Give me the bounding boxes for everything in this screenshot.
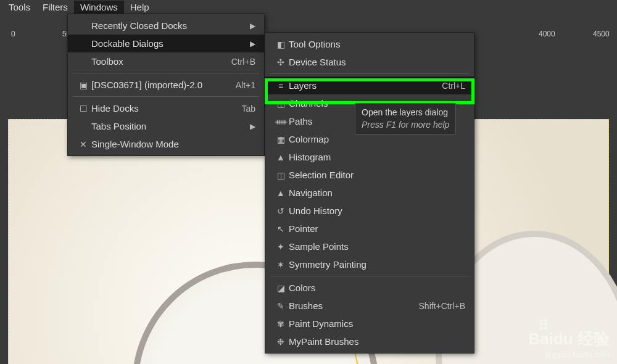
menu-item-hide-docks[interactable]: ☐ Hide Docks Tab [68, 99, 264, 117]
menu-item-label: Navigation [289, 188, 465, 198]
colormap-icon: ▦ [273, 134, 289, 144]
mypaint-brushes-icon: ❉ [273, 337, 289, 347]
submenu-arrow-icon: ▶ [250, 22, 255, 30]
menu-help[interactable]: Help [124, 1, 155, 14]
submenu-dockable-dialogs: ◧Tool Options✣Device Status≡LayersCtrl+L… [265, 32, 474, 354]
watermark-text: Baidu 经验 [529, 328, 610, 350]
menu-windows-dropdown: Recently Closed Docks ▶ Dockable Dialogs… [67, 14, 265, 156]
menu-item-label: Layers [289, 80, 442, 91]
menu-item-paint-dynamics[interactable]: ✾Paint Dynamics [265, 315, 474, 333]
menu-item-label: Colors [289, 283, 465, 293]
menu-item-label: Hide Docks [91, 103, 241, 114]
menu-item-label: Symmetry Painting [289, 259, 465, 270]
menu-item-pointer[interactable]: ↖Pointer [265, 220, 474, 238]
menu-item-histogram[interactable]: ▲Histogram [265, 148, 474, 166]
menu-item-tool-options[interactable]: ◧Tool Options [265, 35, 474, 53]
menu-separator [270, 276, 469, 276]
brushes-icon: ✎ [273, 301, 289, 311]
menu-item-label: Histogram [289, 152, 465, 162]
tooltip-title: Open the layers dialog [362, 107, 449, 119]
menu-item-shortcut: Shift+Ctrl+B [419, 301, 465, 311]
sample-points-icon: ✦ [273, 242, 289, 252]
menu-separator [73, 73, 259, 73]
menu-separator [73, 96, 259, 97]
menu-item-selection-editor[interactable]: ◫Selection Editor [265, 166, 474, 184]
navigation-icon: ▲ [273, 188, 289, 198]
menu-item-brushes[interactable]: ✎BrushesShift+Ctrl+B [265, 297, 474, 315]
menu-item-label: Paint Dynamics [289, 318, 465, 329]
menu-item-shortcut: Tab [241, 104, 255, 114]
menu-item-label: Sample Points [289, 241, 465, 252]
menu-item-label: Toolbox [91, 56, 231, 67]
menu-item-shortcut: Ctrl+L [442, 81, 465, 91]
menu-separator [270, 73, 469, 74]
menu-item-colors[interactable]: ◪Colors [265, 279, 474, 297]
colors-icon: ◪ [273, 283, 289, 293]
menu-item-open-image[interactable]: ▣ [DSC03671] (imported)-2.0 Alt+1 [68, 76, 264, 94]
tooltip: Open the layers dialog Press F1 for more… [355, 103, 456, 134]
menu-tools[interactable]: Tools [2, 1, 36, 14]
device-status-icon: ✣ [273, 57, 289, 67]
submenu-arrow-icon: ▶ [250, 122, 255, 131]
symmetry-painting-icon: ✶ [273, 260, 289, 270]
menu-item-label: MyPaint Brushes [289, 336, 465, 347]
menu-item-shortcut: Ctrl+B [231, 57, 255, 67]
menu-item-shortcut: Alt+1 [236, 80, 255, 90]
paint-dynamics-icon: ✾ [273, 319, 289, 329]
menu-item-label: Colormap [289, 134, 465, 144]
menubar: Tools Filters Windows Help [0, 0, 617, 14]
menu-item-sample-points[interactable]: ✦Sample Points [265, 238, 474, 255]
menu-item-navigation[interactable]: ▲Navigation [265, 184, 474, 202]
menu-item-label: Pointer [289, 223, 465, 234]
tooltip-subtitle: Press F1 for more help [362, 119, 449, 131]
checkbox-checked-icon: ✕ [75, 139, 91, 149]
tool-options-icon: ◧ [273, 39, 289, 49]
selection-editor-icon: ◫ [273, 170, 289, 180]
menu-item-dockable-dialogs[interactable]: Dockable Dialogs ▶ [68, 35, 264, 52]
menu-item-device-status[interactable]: ✣Device Status [265, 53, 474, 71]
layers-icon: ≡ [273, 81, 289, 91]
submenu-arrow-icon: ▶ [250, 39, 255, 48]
channels-icon: ◫ [273, 99, 289, 109]
watermark: Baidu 经验 jingyan.baidu.com [529, 328, 610, 359]
menu-filters[interactable]: Filters [36, 1, 74, 14]
menu-item-undo-history[interactable]: ↺Undo History [265, 202, 474, 220]
pointer-icon: ↖ [273, 224, 289, 234]
checkbox-icon: ☐ [75, 104, 91, 114]
menu-item-label: Brushes [289, 300, 419, 311]
menu-item-label: Selection Editor [289, 170, 465, 180]
menu-item-symmetry-painting[interactable]: ✶Symmetry Painting [265, 255, 474, 273]
menu-item-single-window-mode[interactable]: ✕ Single-Window Mode [68, 135, 264, 153]
paths-icon: ᚔ [273, 117, 289, 126]
menu-item-toolbox[interactable]: Toolbox Ctrl+B [68, 52, 264, 70]
menu-item-label: [DSC03671] (imported)-2.0 [91, 80, 236, 90]
menu-item-label: Dockable Dialogs [91, 38, 250, 49]
menu-item-recently-closed-docks[interactable]: Recently Closed Docks ▶ [68, 17, 264, 35]
menu-item-tabs-position[interactable]: Tabs Position ▶ [68, 117, 264, 135]
menu-item-label: Undo History [289, 205, 465, 216]
menu-item-label: Tabs Position [91, 121, 250, 131]
menu-windows[interactable]: Windows [74, 1, 124, 14]
menu-item-label: Tool Options [289, 39, 465, 49]
image-icon: ▣ [75, 80, 91, 90]
undo-history-icon: ↺ [273, 206, 289, 216]
menu-item-label: Device Status [289, 57, 465, 67]
menu-item-label: Recently Closed Docks [91, 20, 250, 31]
histogram-icon: ▲ [273, 152, 289, 162]
menu-item-mypaint-brushes[interactable]: ❉MyPaint Brushes [265, 333, 474, 350]
menu-item-layers[interactable]: ≡LayersCtrl+L [265, 77, 474, 94]
menu-item-label: Single-Window Mode [91, 139, 255, 149]
watermark-url: jingyan.baidu.com [529, 350, 610, 359]
